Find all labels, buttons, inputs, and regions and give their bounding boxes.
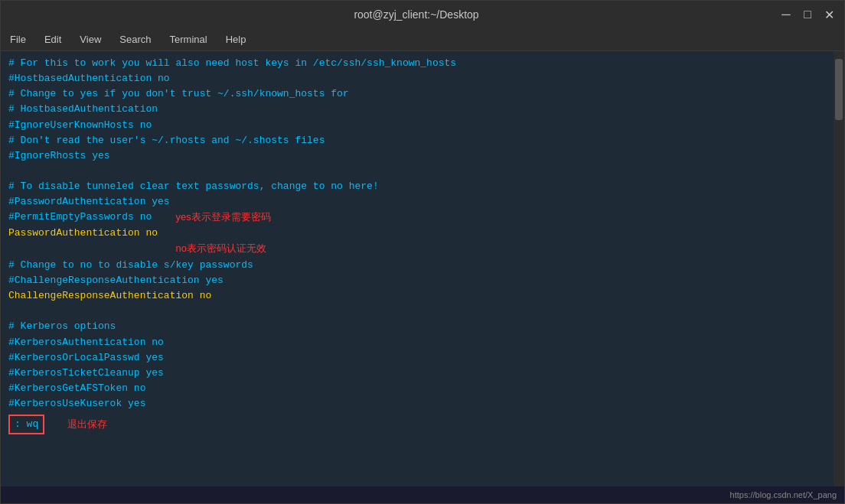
menu-edit[interactable]: Edit [41,32,64,47]
terminal-line-9: # To disable tunneled clear text passwor… [8,179,826,194]
menu-bar: File Edit View Search Terminal Help [1,28,844,51]
command-wq: : wq [8,415,44,434]
maximize-button[interactable]: □ [800,8,815,21]
terminal-line-11: #PermitEmptyPasswords no yes表示登录需要密码 [8,210,826,225]
terminal-line-20: #KerberosOrLocalPasswd yes [8,350,826,366]
terminal-line-3: # Change to yes if you don't trust ~/.ss… [8,86,826,102]
close-button[interactable]: ✕ [821,8,837,22]
terminal-line-18: # Kerberos options [8,319,826,334]
terminal-body[interactable]: # For this to work you will also need ho… [1,51,844,486]
scrollbar[interactable] [834,51,844,486]
status-bar: https://blog.csdn.net/X_pang [1,486,844,503]
terminal-line-5: #IgnoreUserKnownHosts no [8,118,826,133]
terminal-content[interactable]: # For this to work you will also need ho… [1,51,834,486]
annotation-no-password: no表示密码认证无效 [175,241,266,256]
minimize-button[interactable]: ─ [778,8,794,21]
menu-search[interactable]: Search [116,32,154,47]
terminal-line-10: #PasswordAuthentication yes [8,194,826,210]
scrollbar-thumb[interactable] [835,59,843,120]
terminal-window: root@zyj_client:~/Desktop ─ □ ✕ File Edi… [0,0,845,504]
annotation-save-quit: 退出保存 [67,417,107,432]
menu-help[interactable]: Help [223,32,250,47]
title-bar: root@zyj_client:~/Desktop ─ □ ✕ [1,1,844,28]
annotation-yes-login: yes表示登录需要密码 [175,210,270,225]
terminal-line-22: #KerberosGetAFSToken no [8,381,826,396]
menu-terminal[interactable]: Terminal [167,32,210,47]
terminal-line-16: ChallengeResponseAuthentication no [8,288,826,304]
terminal-line-2: #HostbasedAuthentication no [8,71,826,86]
terminal-line-23: #KerberosUseKuserok yes [8,396,826,411]
menu-file[interactable]: File [7,32,29,47]
terminal-line-empty-2 [8,304,826,319]
terminal-line-12: PasswordAuthentication no [8,226,826,241]
terminal-line-4: # HostbasedAuthentication [8,102,826,117]
terminal-line-19: #KerberosAuthentication no [8,335,826,350]
status-url: https://blog.csdn.net/X_pang [730,490,837,499]
terminal-line-6: # Don't read the user's ~/.rhosts and ~/… [8,133,826,148]
window-controls: ─ □ ✕ [778,8,837,22]
terminal-line-7: #IgnoreRhosts yes [8,148,826,164]
menu-view[interactable]: View [77,32,104,47]
terminal-line-21: #KerberosTicketCleanup yes [8,366,826,381]
terminal-line-1: # For this to work you will also need ho… [8,56,826,71]
command-row: : wq 退出保存 [8,415,826,434]
annotation-no-password-row: PasswordAuthentication no no表示密码认证无效 [8,241,826,256]
terminal-line-empty-1 [8,164,826,179]
window-title: root@zyj_client:~/Desktop [54,8,778,21]
terminal-line-14: # Change to no to disable s/key password… [8,258,826,273]
terminal-line-15: #ChallengeResponseAuthentication yes [8,273,826,288]
